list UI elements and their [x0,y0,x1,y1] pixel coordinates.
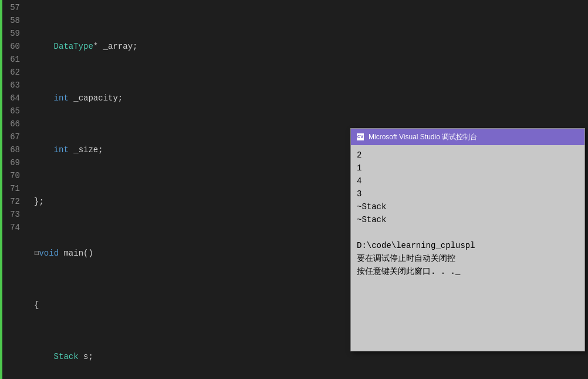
line-num-58: 58 [2,14,20,27]
console-title: Microsoft Visual Studio 调试控制台 [369,132,580,142]
line-num-73: 73 [2,208,20,221]
code-line-58: int _capacity; [34,92,588,105]
console-icon-inner: cv [357,133,364,140]
line-num-67: 67 [2,130,20,143]
console-output-3: 4 [357,175,579,187]
line-num-74: 74 [2,221,20,234]
console-titlebar: cv Microsoft Visual Studio 调试控制台 [351,129,584,145]
console-output-1: 2 [357,149,579,162]
line-num-62: 62 [2,66,20,79]
console-output-5: ~Stack [357,200,579,213]
code-line-63: Stack s; [34,350,588,363]
console-output-7 [357,226,579,239]
line-num-65: 65 [2,105,20,118]
console-output-2: 1 [357,162,579,175]
line-num-68: 68 [2,143,20,156]
line-numbers: 57 58 59 60 61 62 63 64 65 66 67 68 69 7… [2,0,25,379]
console-output-8: D:\code\learning_cpluspl [357,239,579,252]
line-num-59: 59 [2,27,20,40]
line-num-60: 60 [2,40,20,53]
console-icon: cv [356,132,365,142]
line-num-63: 63 [2,79,20,92]
console-window[interactable]: cv Microsoft Visual Studio 调试控制台 2 1 4 3… [350,128,585,351]
line-num-69: 69 [2,156,20,169]
console-output-4: 3 [357,187,579,200]
console-body[interactable]: 2 1 4 3 ~Stack ~Stack D:\code\learning_c… [351,145,584,351]
line-num-70: 70 [2,169,20,182]
code-line-57: DataType* _array; [34,40,588,53]
line-num-71: 71 [2,182,20,195]
line-num-61: 61 [2,53,20,66]
line-num-57: 57 [2,1,20,14]
line-num-64: 64 [2,92,20,105]
line-num-72: 72 [2,195,20,208]
console-output-6: ~Stack [357,213,579,226]
console-output-9: 要在调试停止时自动关闭控 [357,252,579,265]
line-num-66: 66 [2,118,20,130]
console-output-10: 按任意键关闭此窗口. . ._ [357,265,579,278]
